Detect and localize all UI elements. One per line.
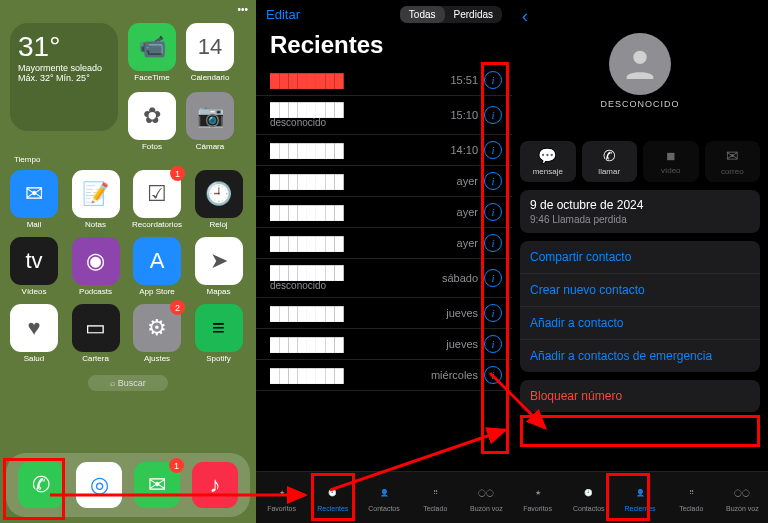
tab-Recientes[interactable]: 🕘Recientes bbox=[307, 472, 358, 523]
app-label: Vídeos bbox=[22, 287, 47, 296]
contact-link[interactable]: Añadir a contactos de emergencia bbox=[520, 340, 760, 372]
back-button[interactable]: ‹ bbox=[512, 0, 768, 33]
recent-name: ████████ bbox=[270, 368, 431, 383]
seg-missed[interactable]: Perdidas bbox=[445, 6, 502, 23]
tab-Teclado[interactable]: ⠿Teclado bbox=[666, 472, 717, 523]
app-label: App Store bbox=[139, 287, 175, 296]
tab-Contactos[interactable]: 🕘Contactos bbox=[563, 472, 614, 523]
dock-Teléfono[interactable]: ✆ bbox=[18, 462, 64, 508]
annotation-block-link bbox=[520, 415, 760, 447]
recent-row[interactable]: ████████ jueves i bbox=[256, 329, 512, 360]
recent-name: ████████ bbox=[270, 265, 442, 280]
call-detail: 9:46 Llamada perdida bbox=[530, 214, 750, 225]
contact-actions-list: Compartir contactoCrear nuevo contactoAñ… bbox=[520, 241, 760, 372]
recent-row[interactable]: ████████ ayer i bbox=[256, 166, 512, 197]
info-icon[interactable]: i bbox=[484, 234, 502, 252]
tab-Buzón voz[interactable]: ◯◯Buzón voz bbox=[717, 472, 768, 523]
app-Fotos[interactable]: ✿ bbox=[128, 92, 176, 140]
app-label: Fotos bbox=[142, 142, 162, 151]
recent-time: sábado bbox=[442, 272, 478, 284]
segmented-control[interactable]: Todas Perdidas bbox=[400, 6, 502, 23]
app-Cámara[interactable]: 📷 bbox=[186, 92, 234, 140]
tab-Teclado[interactable]: ⠿Teclado bbox=[410, 472, 461, 523]
dock-Música[interactable]: ♪ bbox=[192, 462, 238, 508]
tab-Recientes[interactable]: 👤Recientes bbox=[614, 472, 665, 523]
app-label: Cámara bbox=[196, 142, 224, 151]
recent-row[interactable]: ████████desconocido 15:10 i bbox=[256, 96, 512, 135]
recent-name: ████████ bbox=[270, 73, 450, 88]
weather-widget[interactable]: 31° Mayormente soleado Máx. 32° Mín. 25° bbox=[10, 23, 118, 131]
tab-Favoritos[interactable]: ★Favoritos bbox=[256, 472, 307, 523]
recent-name: ████████ bbox=[270, 102, 450, 117]
app-Notas[interactable]: 📝 bbox=[72, 170, 120, 218]
recent-sub: desconocido bbox=[270, 117, 450, 128]
info-icon[interactable]: i bbox=[484, 269, 502, 287]
dock-Mensajes[interactable]: ✉︎1 bbox=[134, 462, 180, 508]
tab-icon: ⠿ bbox=[425, 483, 445, 503]
home-screen: ••• 31° Mayormente soleado Máx. 32° Mín.… bbox=[0, 0, 256, 523]
status-icons: ••• bbox=[237, 4, 248, 15]
contact-link[interactable]: Añadir a contacto bbox=[520, 307, 760, 340]
contact-card-screen: ‹ DESCONOCIDO 💬mensaje✆llamar■vídeo✉︎cor… bbox=[512, 0, 768, 523]
block-number-link[interactable]: Bloquear número bbox=[520, 380, 760, 412]
app-Cartera[interactable]: ▭ bbox=[72, 304, 120, 352]
info-icon[interactable]: i bbox=[484, 172, 502, 190]
recent-time: miércoles bbox=[431, 369, 478, 381]
avatar bbox=[609, 33, 671, 95]
recent-row[interactable]: ████████ miércoles i bbox=[256, 360, 512, 391]
contact-link[interactable]: Crear nuevo contacto bbox=[520, 274, 760, 307]
app-Recordatorios[interactable]: ☑︎1 bbox=[133, 170, 181, 218]
app-Calendario[interactable]: 14 bbox=[186, 23, 234, 71]
app-label: Cartera bbox=[82, 354, 109, 363]
info-icon[interactable]: i bbox=[484, 106, 502, 124]
info-icon[interactable]: i bbox=[484, 335, 502, 353]
recent-name: ████████ bbox=[270, 306, 446, 321]
seg-all[interactable]: Todas bbox=[400, 6, 445, 23]
recent-time: 14:10 bbox=[450, 144, 478, 156]
tab-Buzón voz[interactable]: ◯◯Buzón voz bbox=[461, 472, 512, 523]
recent-row[interactable]: ████████ 14:10 i bbox=[256, 135, 512, 166]
edit-button[interactable]: Editar bbox=[266, 7, 300, 22]
app-Mapas[interactable]: ➤ bbox=[195, 237, 243, 285]
recent-row[interactable]: ████████ 15:51 i bbox=[256, 65, 512, 96]
app-Vídeos[interactable]: tv bbox=[10, 237, 58, 285]
app-FaceTime[interactable]: 📹 bbox=[128, 23, 176, 71]
tab-icon: ◯◯ bbox=[476, 483, 496, 503]
info-icon[interactable]: i bbox=[484, 304, 502, 322]
recent-name: ████████ bbox=[270, 143, 450, 158]
contact-link[interactable]: Compartir contacto bbox=[520, 241, 760, 274]
recent-name: ████████ bbox=[270, 337, 446, 352]
app-label: Mapas bbox=[206, 287, 230, 296]
info-icon[interactable]: i bbox=[484, 141, 502, 159]
call-date: 9 de octubre de 2024 bbox=[530, 198, 750, 212]
recent-time: 15:10 bbox=[450, 109, 478, 121]
recent-row[interactable]: ████████desconocido sábado i bbox=[256, 259, 512, 298]
app-Salud[interactable]: ♥︎ bbox=[10, 304, 58, 352]
recent-row[interactable]: ████████ ayer i bbox=[256, 197, 512, 228]
info-icon[interactable]: i bbox=[484, 203, 502, 221]
recent-row[interactable]: ████████ jueves i bbox=[256, 298, 512, 329]
info-icon[interactable]: i bbox=[484, 71, 502, 89]
action-llamar[interactable]: ✆llamar bbox=[582, 141, 638, 182]
app-Ajustes[interactable]: ⚙︎2 bbox=[133, 304, 181, 352]
app-Reloj[interactable]: 🕘 bbox=[195, 170, 243, 218]
dock-Safari[interactable]: ◎ bbox=[76, 462, 122, 508]
recent-row[interactable]: ████████ ayer i bbox=[256, 228, 512, 259]
action-mensaje[interactable]: 💬mensaje bbox=[520, 141, 576, 182]
tab-icon: 👤 bbox=[630, 483, 650, 503]
recent-time: ayer bbox=[457, 175, 478, 187]
tab-label: Teclado bbox=[679, 505, 703, 512]
app-Mail[interactable]: ✉︎ bbox=[10, 170, 58, 218]
action-icon: 💬 bbox=[538, 147, 557, 165]
recents-list: ████████ 15:51 i ████████desconocido 15:… bbox=[256, 65, 512, 391]
tab-icon: ★ bbox=[528, 483, 548, 503]
tab-Favoritos[interactable]: ★Favoritos bbox=[512, 472, 563, 523]
tab-Contactos[interactable]: 👤Contactos bbox=[358, 472, 409, 523]
recent-sub: desconocido bbox=[270, 280, 442, 291]
search-button[interactable]: ⌕ Buscar bbox=[88, 375, 168, 391]
app-Podcasts[interactable]: ◉ bbox=[72, 237, 120, 285]
tab-icon: 🕘 bbox=[323, 483, 343, 503]
app-App Store[interactable]: A bbox=[133, 237, 181, 285]
info-icon[interactable]: i bbox=[484, 366, 502, 384]
app-Spotify[interactable]: ≡ bbox=[195, 304, 243, 352]
